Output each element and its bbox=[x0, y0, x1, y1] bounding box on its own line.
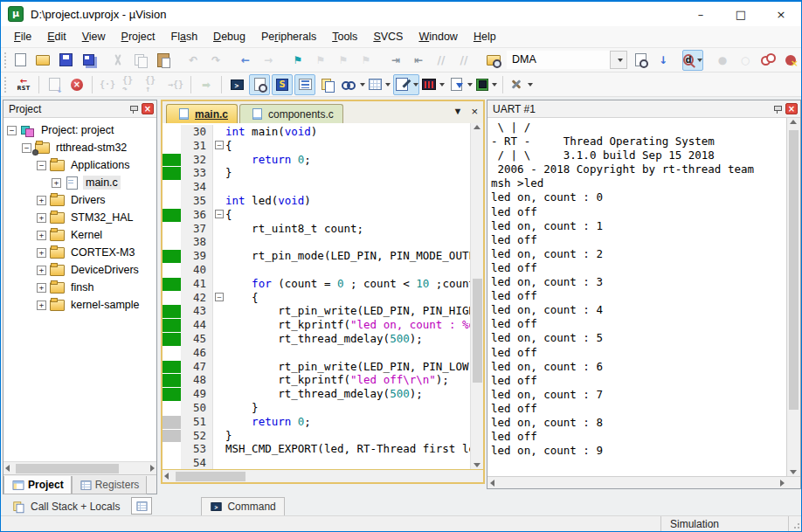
scroll-left-icon[interactable] bbox=[490, 480, 494, 487]
tree-item-stm32-hal[interactable]: +STM32_HAL bbox=[3, 209, 156, 226]
editor-hscrollbar[interactable] bbox=[162, 469, 483, 482]
scroll-left-icon[interactable] bbox=[164, 473, 169, 480]
undo-button[interactable]: ↶ bbox=[183, 50, 204, 71]
tree-item-devicedrivers[interactable]: +DeviceDrivers bbox=[3, 261, 156, 279]
menu-edit[interactable]: Edit bbox=[39, 28, 74, 45]
tree-item-kernel[interactable]: +Kernel bbox=[3, 226, 156, 244]
tree-item-applications[interactable]: −Applications bbox=[3, 156, 156, 174]
tab-registers[interactable]: Registers bbox=[72, 476, 148, 494]
close-panel-button[interactable] bbox=[785, 103, 798, 114]
scroll-thumb[interactable] bbox=[16, 464, 119, 473]
memory-window-button[interactable] bbox=[131, 497, 152, 515]
menu-debug[interactable]: Debug bbox=[205, 28, 253, 45]
toolbox-button[interactable] bbox=[508, 74, 534, 95]
code-editor[interactable]: 30int main(void)31−{32 return 0;33}3435i… bbox=[162, 123, 470, 469]
stop-debug-button[interactable] bbox=[66, 74, 87, 95]
search-combo-dropdown[interactable] bbox=[610, 51, 627, 69]
expand-icon[interactable]: + bbox=[37, 301, 46, 310]
menu-help[interactable]: Help bbox=[466, 28, 504, 45]
step-into-button[interactable]: {·} bbox=[97, 74, 118, 95]
editor-vscrollbar[interactable] bbox=[470, 123, 483, 469]
scroll-right-icon[interactable] bbox=[150, 465, 155, 472]
tree-item-main-c[interactable]: +main.c bbox=[3, 174, 156, 191]
tab-command[interactable]: Command bbox=[201, 497, 284, 515]
cut-button[interactable] bbox=[107, 50, 128, 71]
close-document-icon[interactable]: × bbox=[471, 106, 478, 117]
open-file-button[interactable] bbox=[32, 50, 53, 71]
tree-item-finsh[interactable]: +finsh bbox=[3, 279, 156, 296]
scroll-down-icon[interactable] bbox=[790, 470, 797, 474]
disassembly-window-button[interactable] bbox=[249, 74, 270, 95]
tree-item-cortex-m3[interactable]: +CORTEX-M3 bbox=[3, 244, 156, 261]
project-hscrollbar[interactable] bbox=[3, 461, 156, 474]
scroll-thumb[interactable] bbox=[789, 130, 799, 410]
close-panel-button[interactable] bbox=[142, 103, 154, 114]
expand-icon[interactable]: + bbox=[52, 178, 61, 188]
run-to-cursor-button[interactable]: →{} bbox=[165, 74, 186, 95]
uart-windows-button[interactable] bbox=[393, 74, 419, 95]
logic-analyzer-button[interactable] bbox=[421, 74, 446, 95]
copy-button[interactable] bbox=[130, 50, 151, 71]
scroll-left-icon[interactable] bbox=[5, 465, 10, 472]
uart-vscrollbar[interactable] bbox=[787, 118, 800, 476]
clear-all-bookmarks-button[interactable]: ⚑ bbox=[356, 50, 377, 71]
expand-icon[interactable]: + bbox=[37, 231, 46, 240]
new-file-button[interactable] bbox=[10, 50, 31, 71]
memory-window-button[interactable] bbox=[368, 74, 391, 95]
tree-item-project-project[interactable]: −Project: project bbox=[3, 121, 156, 139]
navigate-forward-button[interactable]: → bbox=[258, 50, 279, 71]
navigate-back-button[interactable]: ← bbox=[235, 50, 256, 71]
menu-file[interactable]: File bbox=[6, 28, 39, 45]
system-viewer-button[interactable] bbox=[447, 74, 474, 95]
tab-main-c[interactable]: main.c bbox=[166, 104, 238, 123]
tree-item-kernel-sample[interactable]: +kernel-sample bbox=[3, 296, 156, 314]
resize-grip-icon[interactable] bbox=[789, 516, 801, 531]
uart-hscrollbar[interactable] bbox=[487, 476, 800, 488]
pin-icon[interactable] bbox=[128, 104, 139, 114]
scroll-up-icon[interactable] bbox=[790, 120, 797, 124]
redo-button[interactable]: ↷ bbox=[205, 50, 226, 71]
serial-window-button[interactable] bbox=[294, 74, 315, 95]
find-in-files-dialog-button[interactable] bbox=[483, 50, 504, 71]
document-list-icon[interactable]: ▼ bbox=[453, 107, 463, 116]
uart-terminal[interactable]: \ | /- RT - Thread Operating System / | … bbox=[487, 118, 787, 476]
menu-svcs[interactable]: SVCS bbox=[365, 28, 411, 45]
run-button[interactable]: ➡ bbox=[196, 74, 217, 95]
toggle-breakpoint-button[interactable]: ● bbox=[712, 50, 733, 71]
fold-marker[interactable]: − bbox=[215, 293, 224, 301]
disable-all-breakpoints-button[interactable] bbox=[757, 50, 778, 71]
menu-flash[interactable]: Flash bbox=[163, 28, 206, 45]
scroll-down-icon[interactable] bbox=[474, 463, 481, 467]
peripheral-dialogs-button[interactable] bbox=[475, 74, 498, 95]
analysis-window-button[interactable] bbox=[317, 74, 338, 95]
paste-button[interactable] bbox=[153, 50, 174, 71]
step-over-button[interactable]: {}↷ bbox=[120, 74, 141, 95]
pin-icon[interactable] bbox=[772, 104, 783, 114]
collapse-icon[interactable]: − bbox=[22, 143, 31, 153]
step-out-button[interactable]: {}↑ bbox=[142, 74, 163, 95]
previous-bookmark-button[interactable]: ⚑ bbox=[310, 50, 331, 71]
next-bookmark-button[interactable]: ⚑ bbox=[333, 50, 354, 71]
scroll-right-icon[interactable] bbox=[780, 480, 785, 487]
menu-view[interactable]: View bbox=[74, 28, 114, 45]
watch-window-button[interactable] bbox=[340, 74, 366, 95]
tab-project[interactable]: Project bbox=[3, 476, 72, 494]
tree-item-drivers[interactable]: +Drivers bbox=[3, 191, 156, 209]
menu-project[interactable]: Project bbox=[114, 28, 163, 45]
search-combo[interactable]: DMA bbox=[507, 51, 627, 69]
expand-icon[interactable]: + bbox=[37, 248, 46, 258]
indent-button[interactable]: ⇥ bbox=[385, 50, 406, 71]
save-button[interactable] bbox=[55, 50, 76, 71]
menu-window[interactable]: Window bbox=[411, 28, 465, 45]
find-in-files-button[interactable] bbox=[630, 50, 651, 71]
scroll-thumb[interactable] bbox=[176, 472, 245, 481]
expand-icon[interactable]: + bbox=[37, 283, 46, 293]
kill-all-breakpoints-button[interactable] bbox=[780, 50, 801, 71]
close-button[interactable]: × bbox=[761, 2, 801, 26]
reset-cpu-button[interactable]: RST bbox=[13, 74, 34, 95]
fold-marker[interactable]: − bbox=[215, 141, 224, 149]
command-window-button[interactable] bbox=[226, 74, 247, 95]
outdent-button[interactable]: ⇤ bbox=[408, 50, 429, 71]
search-combo-value[interactable]: DMA bbox=[507, 51, 610, 69]
menu-tools[interactable]: Tools bbox=[324, 28, 365, 45]
